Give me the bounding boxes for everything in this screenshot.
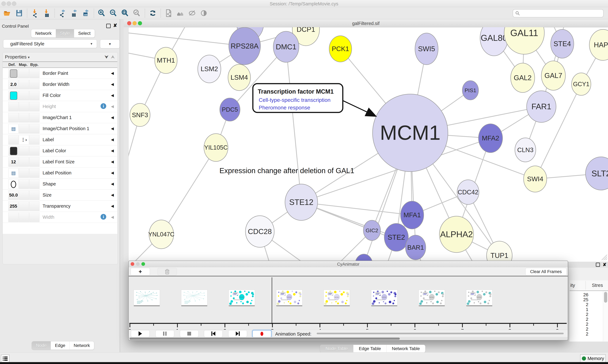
float-panel-icon[interactable] (106, 24, 111, 28)
clear-all-frames-button[interactable]: Clear All Frames (525, 268, 567, 275)
tab-select[interactable]: Select (74, 29, 95, 38)
import-network-button[interactable] (30, 8, 40, 18)
refresh-layout-button[interactable] (148, 8, 158, 18)
float-table-icon[interactable] (596, 263, 600, 267)
network-node-pck1[interactable]: PCK1 (329, 36, 352, 62)
network-node-cdc28[interactable]: CDC28 (245, 216, 274, 247)
export-network-button[interactable] (58, 8, 67, 18)
property-row-label-color[interactable]: Label Color◀ (3, 145, 117, 156)
network-node-mcm1[interactable]: MCM1 (373, 94, 448, 171)
network-node-far1[interactable]: FAR1 (527, 91, 556, 122)
property-row-transparency[interactable]: 255Transparency◀ (3, 201, 117, 212)
network-node-mth1[interactable]: MTH1 (155, 47, 177, 74)
zoom-out-button[interactable] (109, 8, 118, 18)
frame-thumbnail-4[interactable]: MCM1 (324, 290, 350, 305)
network-node-alpha2[interactable]: ALPHA2 (439, 216, 474, 253)
network-node-lsm2[interactable]: LSM2 (198, 55, 221, 83)
tab-edge-table[interactable]: Edge Table (353, 345, 387, 352)
scrollbar-thumb[interactable] (129, 338, 400, 340)
network-node-ste12[interactable]: STE12 (285, 184, 318, 221)
table-scrollbar[interactable] (603, 291, 608, 341)
style-selector-dropdown[interactable]: galFiltered Style ▾ (3, 39, 97, 48)
pause-button[interactable] (155, 330, 174, 337)
tab-style[interactable]: Style (56, 29, 74, 38)
property-row-fill-color[interactable]: Fill Color◀ (3, 90, 117, 101)
table-cell[interactable]: 2 (569, 317, 588, 322)
network-node-snf3[interactable]: SNF3 (130, 104, 150, 127)
skip-end-button[interactable] (228, 330, 247, 337)
table-cell[interactable]: 26 (569, 292, 588, 298)
table-cell[interactable]: 25 (569, 297, 588, 302)
network-node-ste2[interactable]: STE2 (384, 223, 408, 251)
search-field[interactable] (513, 9, 604, 17)
search-input[interactable] (520, 11, 597, 16)
save-session-button[interactable] (14, 8, 24, 18)
property-row-width[interactable]: Widthi◀ (3, 212, 117, 223)
network-node-cln3[interactable]: CLN3 (515, 138, 536, 162)
property-row-image-chart-position-1[interactable]: ▤Image/Chart Position 1◀ (3, 123, 117, 134)
network-node-gcy1[interactable]: GCY1 (572, 73, 591, 95)
tab-network-bottom[interactable]: Network (69, 341, 94, 350)
network-node-gal11[interactable]: GAL11 (504, 27, 544, 54)
property-row-size[interactable]: 50.0Size◀ (3, 190, 117, 201)
network-node-hap2[interactable]: HAP2 (589, 29, 608, 60)
network-node-pdc5[interactable]: PDC5 (220, 98, 240, 121)
tab-node-table[interactable]: Node Table (320, 345, 353, 352)
add-frame-button[interactable]: + (131, 268, 150, 275)
chevron-down-icon[interactable]: ▾ (28, 55, 30, 59)
tab-network[interactable]: Network (31, 29, 56, 38)
network-node-swi5[interactable]: SWI5 (415, 33, 438, 65)
table-cell[interactable]: 2 (569, 312, 588, 317)
zoom-in-button[interactable] (97, 8, 107, 18)
frame-thumbnail-2[interactable]: MCM1 (229, 290, 255, 305)
network-node-mfa2[interactable]: MFA2 (479, 124, 503, 153)
network-node-cdc42[interactable]: CDC42 (457, 180, 479, 205)
play-button[interactable] (131, 330, 150, 337)
table-cell[interactable]: 2 (569, 326, 588, 332)
network-node-ynl047c[interactable]: YNL047C (148, 220, 175, 249)
network-node-mfa1[interactable]: MFA1 (401, 201, 424, 229)
tab-edge[interactable]: Edge (51, 341, 69, 350)
frame-thumbnail-1[interactable] (181, 290, 207, 305)
expand-all-icon[interactable]: ⮟ (105, 54, 109, 60)
network-node-ste4[interactable]: STE4 (551, 29, 574, 58)
tab-network-table[interactable]: Network Table (387, 345, 425, 352)
table-cell[interactable]: 1 (569, 307, 588, 312)
property-row-label-font-size[interactable]: 12Label Font Size◀ (3, 156, 117, 168)
timeline-scrollbar[interactable] (129, 337, 568, 340)
close-panel-icon[interactable]: ✘ (113, 24, 117, 28)
network-node-yil105c[interactable]: YIL105C (204, 134, 228, 161)
table-column-ity[interactable]: ity (570, 283, 575, 288)
delete-frame-button[interactable] (158, 268, 177, 275)
zoom-fit-button[interactable] (121, 8, 130, 18)
frame-thumbnail-5[interactable]: MCM1 (371, 290, 397, 305)
property-row-border-width[interactable]: 2.0Border Width◀ (3, 79, 117, 90)
frame-thumbnail-6[interactable]: MCM1 (419, 290, 445, 305)
task-history-button[interactable] (1, 355, 10, 363)
info-icon[interactable]: i (100, 103, 106, 109)
frames-timeline[interactable]: MCM1MCM1MCM1MCM1MCM1MCM1 0123456789 Seco… (129, 276, 568, 330)
network-node-gal7[interactable]: GAL7 (541, 61, 566, 90)
property-row-label-position[interactable]: ▤Label Position◀ (3, 168, 117, 179)
record-button[interactable] (252, 330, 271, 338)
network-node-bar1[interactable]: BAR1 (405, 235, 426, 260)
import-table-button[interactable] (42, 8, 52, 18)
tab-node[interactable]: Node (32, 341, 51, 350)
property-row-image-chart-1[interactable]: Image/Chart 1◀ (3, 112, 117, 123)
open-session-button[interactable] (3, 8, 12, 18)
info-icon[interactable]: i (100, 214, 106, 220)
network-node-pis1[interactable]: PIS1 (462, 81, 479, 100)
style-options-button[interactable]: ▾ (100, 39, 120, 48)
resize-grip-icon[interactable] (600, 253, 607, 260)
frame-thumbnail-3[interactable]: MCM1 (276, 290, 303, 305)
property-row-border-paint[interactable]: Border Paint◀ (3, 68, 117, 79)
skip-start-button[interactable] (204, 330, 223, 337)
table-column-stress[interactable]: Stres (592, 283, 603, 288)
close-table-icon[interactable]: ✘ (603, 263, 607, 266)
network-node-swi4[interactable]: SWI4 (524, 166, 547, 192)
stop-button[interactable] (180, 330, 199, 337)
frame-thumbnail-0[interactable] (134, 290, 160, 305)
network-node-rps28a[interactable]: RPS28A (229, 27, 261, 65)
network-node-lsm4[interactable]: LSM4 (228, 64, 250, 91)
table-cell[interactable]: 2 (569, 331, 588, 337)
